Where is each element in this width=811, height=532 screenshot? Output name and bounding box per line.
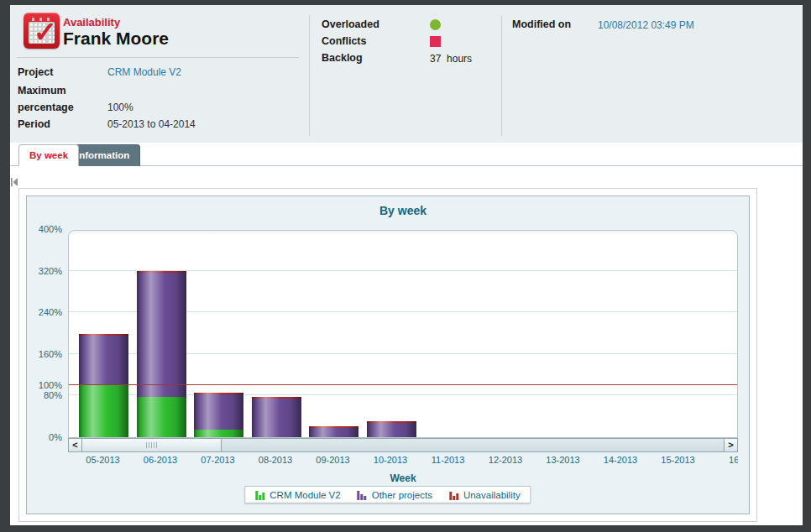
chart-title: By week bbox=[68, 204, 738, 217]
availability-calendar-icon: ✓ bbox=[24, 13, 60, 49]
scroll-thumb[interactable] bbox=[82, 439, 222, 451]
legend-bars-icon bbox=[255, 490, 264, 500]
backlog-value: 37 hours bbox=[430, 53, 472, 65]
scroll-right-arrow[interactable]: > bbox=[724, 438, 738, 452]
bar-segment-unavailability[interactable] bbox=[367, 421, 416, 423]
period-label: Period bbox=[18, 116, 107, 133]
y-tick-label: 80% bbox=[44, 390, 62, 400]
reference-line-100 bbox=[69, 384, 737, 385]
legend-bars-icon bbox=[358, 490, 367, 500]
bar-segment-unavailability[interactable] bbox=[137, 271, 186, 273]
header-vertical-divider bbox=[309, 15, 310, 136]
legend-item-unavailability[interactable]: Unavailability bbox=[449, 490, 521, 500]
scroll-left-arrow[interactable]: < bbox=[68, 438, 82, 452]
legend-label: CRM Module V2 bbox=[269, 490, 340, 500]
collapse-panel-icon[interactable] bbox=[10, 176, 18, 188]
x-tick-label: 14-2013 bbox=[592, 455, 649, 465]
chart-panel: By week 0%80%100%160%240%320%400% < > 05… bbox=[26, 196, 750, 514]
bar-segment-unavailability[interactable] bbox=[194, 393, 243, 394]
conflicts-label: Conflicts bbox=[322, 35, 366, 47]
page-type-label: Availability bbox=[63, 16, 120, 29]
bar-group-05-2013 bbox=[79, 334, 128, 437]
bar-segment-other-projects[interactable] bbox=[137, 273, 186, 397]
legend-item-crm-module-v2[interactable]: CRM Module V2 bbox=[255, 490, 340, 500]
x-tick-label: 11-2013 bbox=[420, 455, 477, 465]
tab-by-week[interactable]: By week bbox=[18, 144, 79, 166]
y-axis-labels: 0%80%100%160%240%320%400% bbox=[27, 230, 65, 438]
modified-on-value: 10/08/2012 03:49 PM bbox=[598, 19, 694, 31]
x-tick-label: 05-2013 bbox=[75, 455, 132, 465]
scroll-grip bbox=[146, 442, 158, 448]
bar-group-06-2013 bbox=[137, 271, 186, 437]
tab-bar: By week Information bbox=[10, 143, 803, 166]
x-tick-label: 12-2013 bbox=[477, 455, 534, 465]
x-tick-label: 15-2013 bbox=[650, 455, 707, 465]
x-axis-labels: 05-201306-201307-201308-201309-201310-20… bbox=[68, 455, 738, 467]
header-vertical-divider bbox=[501, 15, 502, 136]
backlog-label: Backlog bbox=[322, 52, 363, 64]
max-percentage-value: 100% bbox=[107, 99, 133, 116]
project-value-link[interactable]: CRM Module V2 bbox=[107, 64, 181, 81]
y-tick-label: 400% bbox=[39, 224, 62, 234]
bar-segment-crm-module-v2[interactable] bbox=[79, 385, 128, 437]
legend-item-other-projects[interactable]: Other projects bbox=[358, 490, 432, 500]
scroll-track[interactable] bbox=[81, 438, 725, 452]
header-divider bbox=[17, 57, 299, 58]
bar-segment-unavailability[interactable] bbox=[79, 334, 128, 336]
bar-segment-other-projects[interactable] bbox=[79, 336, 128, 385]
overloaded-indicator bbox=[430, 19, 441, 30]
bar-group-08-2013 bbox=[252, 397, 301, 437]
x-tick-label: 16- bbox=[707, 455, 738, 465]
field-project: Project CRM Module V2 bbox=[18, 64, 295, 81]
y-tick-label: 160% bbox=[39, 349, 62, 359]
x-tick-label: 13-2013 bbox=[535, 455, 592, 465]
plot-area bbox=[68, 230, 738, 438]
field-period: Period 05-2013 to 04-2014 bbox=[18, 116, 295, 133]
x-axis-title: Week bbox=[68, 472, 738, 484]
max-percentage-label: Maximum percentage bbox=[18, 82, 107, 116]
conflicts-indicator bbox=[430, 36, 441, 47]
page-title: Frank Moore bbox=[63, 29, 169, 49]
overloaded-label: Overloaded bbox=[322, 18, 379, 30]
bar-group-10-2013 bbox=[367, 421, 416, 437]
page: ✓ Availability Frank Moore Project CRM M… bbox=[10, 5, 803, 525]
y-tick-label: 0% bbox=[49, 432, 62, 442]
bar-segment-unavailability[interactable] bbox=[252, 397, 301, 399]
chart-card: By week 0%80%100%160%240%320%400% < > 05… bbox=[18, 188, 757, 522]
project-label: Project bbox=[18, 64, 107, 81]
legend-label: Other projects bbox=[372, 490, 432, 500]
bar-segment-unavailability[interactable] bbox=[309, 426, 358, 428]
bar-segment-other-projects[interactable] bbox=[367, 423, 416, 437]
period-value: 05-2013 to 04-2014 bbox=[107, 116, 196, 133]
bar-segment-crm-module-v2[interactable] bbox=[194, 430, 243, 437]
y-tick-label: 320% bbox=[39, 266, 62, 276]
modified-on-label: Modified on bbox=[512, 18, 571, 30]
y-tick-label: 100% bbox=[39, 380, 62, 390]
checkmark-icon: ✓ bbox=[31, 16, 60, 48]
bar-segment-crm-module-v2[interactable] bbox=[137, 397, 186, 437]
chart-h-scrollbar: < > bbox=[68, 438, 738, 452]
bar-group-09-2013 bbox=[309, 426, 358, 437]
x-tick-label: 09-2013 bbox=[305, 455, 362, 465]
x-tick-label: 10-2013 bbox=[362, 455, 419, 465]
x-tick-label: 06-2013 bbox=[132, 455, 189, 465]
bar-group-07-2013 bbox=[194, 393, 243, 437]
bar-segment-other-projects[interactable] bbox=[309, 428, 358, 437]
bar-segment-other-projects[interactable] bbox=[194, 394, 243, 430]
field-max-percentage: Maximum percentage 100% bbox=[18, 82, 295, 116]
window-frame: ✓ Availability Frank Moore Project CRM M… bbox=[0, 0, 811, 532]
chart-legend: CRM Module V2Other projectsUnavailabilit… bbox=[244, 486, 531, 503]
x-tick-label: 08-2013 bbox=[247, 455, 304, 465]
y-tick-label: 240% bbox=[39, 307, 62, 317]
header: ✓ Availability Frank Moore Project CRM M… bbox=[10, 5, 803, 143]
legend-label: Unavailability bbox=[463, 490, 521, 500]
legend-bars-icon bbox=[449, 490, 458, 500]
bar-segment-other-projects[interactable] bbox=[252, 399, 301, 437]
x-tick-label: 07-2013 bbox=[190, 455, 247, 465]
